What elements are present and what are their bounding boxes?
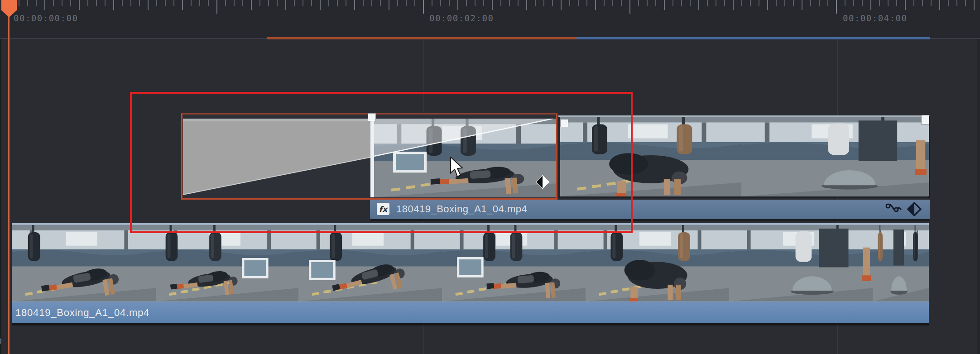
- ruler-tick: [518, 0, 519, 6]
- ruler-tick: [234, 0, 235, 6]
- trim-handle[interactable]: [561, 120, 568, 127]
- video-clip[interactable]: 180419_Boxing_A1_04.mp4: [12, 223, 929, 325]
- clip-thumbnail-frame: [442, 225, 586, 301]
- clip-name-bar[interactable]: fx 180419_Boxing_A1_04.mp4: [370, 200, 930, 221]
- ruler-tick: [242, 0, 243, 6]
- ruler-tick: [535, 0, 536, 6]
- ruler-tick: [70, 0, 71, 6]
- ruler-tick: [191, 0, 192, 6]
- ruler-tick: [879, 0, 880, 6]
- ruler-tick: [707, 0, 708, 6]
- ruler-tick: [259, 0, 260, 6]
- ruler-tick: [690, 0, 691, 6]
- fade-in-wedge[interactable]: [183, 119, 371, 195]
- ruler-tick: [105, 0, 106, 6]
- ruler-tick: [612, 0, 613, 6]
- trim-handle[interactable]: [922, 115, 929, 124]
- ruler-tick: [199, 0, 200, 6]
- ruler-tick: [44, 0, 45, 10]
- clip-name-bar[interactable]: 180419_Boxing_A1_04.mp4: [12, 301, 929, 323]
- ruler-tick: [492, 0, 493, 10]
- ruler-tick: [741, 0, 742, 6]
- ruler-tick: [139, 0, 140, 6]
- fade-diamond-icon[interactable]: [907, 202, 925, 216]
- clip-thumbnail-frame: [729, 225, 873, 301]
- timecode-label: 00:00:02:00: [429, 13, 494, 23]
- ruler-tick: [440, 0, 441, 6]
- ruler-tick: [79, 0, 80, 10]
- ruler-tick: [406, 0, 407, 6]
- ruler-tick: [156, 0, 157, 6]
- clip-thumbnail-strip: [12, 225, 929, 301]
- timeline-ruler[interactable]: 00:00:00:0000:00:02:0000:00:04:00: [0, 0, 980, 38]
- ruler-tick: [320, 0, 321, 10]
- ruler-tick: [922, 0, 923, 6]
- ruler-tick: [483, 0, 484, 6]
- track-label-partial: 0: [0, 336, 2, 346]
- ruler-tick: [827, 0, 828, 6]
- keyframe-curve-icon[interactable]: [885, 202, 903, 216]
- clip-edit-point[interactable]: [370, 115, 374, 197]
- clip-thumbnail-frame: [560, 117, 742, 196]
- clip-thumbnail-frame: [374, 119, 556, 197]
- ruler-tick: [165, 0, 166, 6]
- ruler-tick: [956, 0, 957, 6]
- ruler-tick: [948, 0, 949, 6]
- ruler-tick: [173, 0, 174, 6]
- ruler-tick: [36, 0, 37, 6]
- video-clip-selected[interactable]: [181, 113, 557, 200]
- ruler-tick: [337, 0, 338, 6]
- fade-handle-diamond-icon[interactable]: [536, 175, 549, 189]
- ruler-tick: [870, 0, 871, 10]
- ruler-tick: [759, 0, 759, 6]
- clip-name-label: 180419_Boxing_A1_04.mp4: [15, 302, 149, 323]
- ruler-tick: [638, 0, 639, 6]
- ruler-tick: [389, 0, 389, 10]
- ruler-tick: [294, 0, 295, 6]
- ruler-tick: [27, 0, 28, 6]
- ruler-tick: [965, 0, 966, 6]
- ruler-tick: [931, 0, 932, 6]
- ruler-tick: [578, 0, 579, 6]
- trim-handle[interactable]: [368, 114, 375, 121]
- ruler-tick: [371, 0, 372, 6]
- ruler-tick: [561, 0, 562, 10]
- ruler-tick: [647, 0, 648, 6]
- ruler-tick: [569, 0, 570, 6]
- ruler-tick: [664, 0, 665, 10]
- ruler-tick: [810, 0, 811, 6]
- ruler-tick: [19, 0, 19, 6]
- clip-thumbnail-frame: [741, 117, 929, 196]
- ruler-tick: [62, 0, 62, 6]
- timeline-right-edge: [977, 0, 980, 354]
- ruler-tick: [182, 0, 183, 10]
- ruler-tick: [208, 0, 209, 6]
- ruler-tick: [974, 0, 975, 10]
- ruler-tick: [509, 0, 510, 6]
- timeline-left-edge: [0, 39, 1, 354]
- timeline-duration-marker-orange: [267, 37, 576, 39]
- ruler-tick: [303, 0, 303, 6]
- ruler-tick: [225, 0, 226, 6]
- clip-thumbnail-frame: [12, 225, 156, 301]
- video-clip-segment[interactable]: [558, 115, 930, 198]
- timeline-duration-marker-blue: [576, 37, 930, 39]
- ruler-tick: [595, 0, 596, 10]
- ruler-tick: [724, 0, 725, 6]
- ruler-tick: [767, 0, 768, 10]
- ruler-tick: [500, 0, 501, 6]
- ruler-tick: [793, 0, 794, 6]
- timecode-label: 00:00:04:00: [843, 13, 907, 23]
- ruler-tick: [53, 0, 54, 6]
- fx-badge[interactable]: fx: [377, 203, 389, 215]
- ruler-tick: [888, 0, 889, 6]
- ruler-tick: [621, 0, 622, 6]
- ruler-tick: [423, 0, 424, 14]
- ruler-tick: [354, 0, 355, 10]
- ruler-tick: [905, 0, 906, 10]
- ruler-tick: [380, 0, 381, 6]
- ruler-tick: [698, 0, 699, 10]
- clip-name-label: 180419_Boxing_A1_04.mp4: [396, 200, 527, 218]
- ruler-tick: [457, 0, 458, 10]
- ruler-tick: [328, 0, 329, 6]
